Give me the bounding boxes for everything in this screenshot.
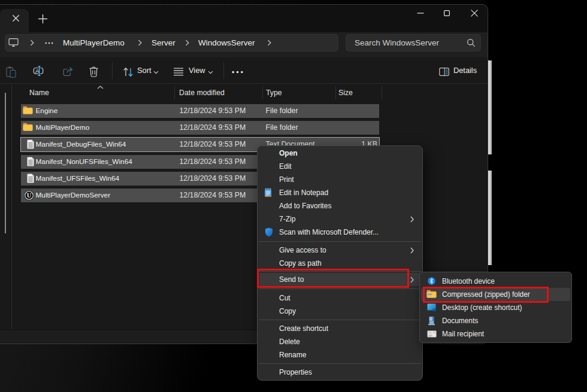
svg-text:U: U <box>27 192 32 199</box>
